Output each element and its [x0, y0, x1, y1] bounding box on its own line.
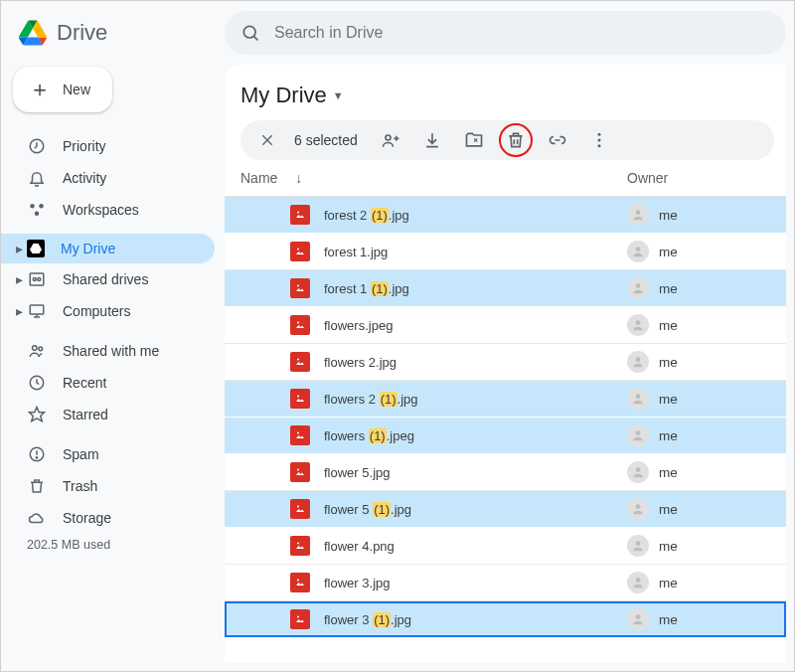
file-row[interactable]: forest 2 (1).jpgme — [225, 197, 786, 234]
svg-point-30 — [636, 283, 641, 288]
owner-cell: me — [627, 314, 786, 336]
svg-point-40 — [636, 467, 641, 472]
my-drive-title[interactable]: My Drive ▼ — [225, 65, 786, 120]
image-file-icon — [290, 536, 310, 556]
file-name: flower 3.jpg — [324, 576, 390, 590]
file-row[interactable]: flower 3 (1).jpgme — [225, 601, 786, 638]
search-input[interactable] — [272, 23, 770, 43]
owner-avatar-icon — [627, 572, 649, 593]
move-button[interactable] — [457, 123, 491, 157]
owner-avatar-icon — [627, 204, 649, 226]
file-row[interactable]: forest 1 (1).jpgme — [225, 270, 786, 307]
delete-button[interactable] — [499, 123, 533, 157]
chevron-down-icon: ▼ — [333, 89, 344, 101]
image-file-icon — [290, 389, 310, 409]
file-row[interactable]: flowers (1).jpegme — [225, 418, 786, 454]
file-name: forest 2 (1).jpg — [324, 208, 409, 223]
owner-cell: me — [627, 461, 786, 483]
download-button[interactable] — [415, 123, 449, 157]
owner-avatar-icon — [627, 498, 649, 520]
clock-icon — [27, 373, 47, 393]
app-name: Drive — [57, 20, 107, 46]
owner-avatar-icon — [627, 424, 649, 446]
svg-point-24 — [597, 144, 600, 147]
svg-point-44 — [636, 541, 641, 546]
search-bar[interactable] — [225, 11, 786, 55]
nav-workspaces[interactable]: Workspaces — [1, 194, 225, 226]
owner-cell: me — [627, 351, 786, 373]
nav-computers[interactable]: ▸ Computers — [1, 295, 225, 327]
owner-avatar-icon — [627, 351, 649, 373]
drive-logo[interactable]: Drive — [1, 13, 225, 61]
svg-point-3 — [35, 212, 40, 217]
svg-point-1 — [30, 204, 35, 209]
file-list: forest 2 (1).jpgmeforest 1.jpgmeforest 1… — [225, 197, 786, 663]
file-row[interactable]: flowers.jpegme — [225, 307, 786, 344]
image-file-icon — [290, 609, 310, 629]
col-owner[interactable]: Owner — [627, 170, 786, 186]
image-file-icon — [290, 462, 310, 482]
sort-arrow-icon[interactable]: ↓ — [295, 170, 302, 186]
selection-action-bar: 6 selected — [240, 120, 774, 160]
nav-activity[interactable]: Activity — [1, 162, 225, 194]
file-name: flower 4.png — [324, 539, 395, 554]
nav-starred[interactable]: Starred — [1, 399, 225, 430]
file-name: forest 1 (1).jpg — [324, 281, 409, 296]
svg-point-9 — [39, 347, 43, 351]
sidebar: Drive ＋ New Priority Activity Workspaces… — [1, 1, 225, 671]
more-button[interactable] — [582, 123, 616, 157]
owner-avatar-icon — [627, 277, 649, 299]
file-row[interactable]: flower 5 (1).jpgme — [225, 491, 786, 528]
svg-point-28 — [636, 247, 641, 252]
file-row[interactable]: flowers 2 (1).jpgme — [225, 381, 786, 418]
file-row[interactable]: flower 4.pngme — [225, 528, 786, 565]
image-file-icon — [290, 205, 310, 225]
file-row[interactable]: forest 1.jpgme — [225, 234, 786, 270]
file-row[interactable]: flower 5.jpgme — [225, 454, 786, 491]
share-button[interactable] — [374, 123, 407, 157]
owner-cell: me — [627, 204, 786, 226]
svg-point-38 — [636, 430, 641, 435]
svg-line-16 — [253, 36, 257, 40]
search-icon — [240, 23, 260, 43]
link-button[interactable] — [541, 123, 574, 157]
owner-avatar-icon — [627, 241, 649, 262]
col-name[interactable]: Name — [240, 170, 277, 186]
nav-spam[interactable]: Spam — [1, 438, 225, 470]
svg-marker-11 — [30, 408, 45, 421]
owner-cell: me — [627, 498, 786, 520]
file-name: flower 5 (1).jpg — [324, 502, 411, 517]
svg-point-41 — [297, 506, 299, 508]
nav-trash[interactable]: Trash — [1, 470, 225, 502]
nav-recent[interactable]: Recent — [1, 367, 225, 399]
svg-point-39 — [297, 469, 299, 471]
table-header: Name ↓ Owner — [225, 170, 786, 197]
owner-cell: me — [627, 241, 786, 262]
svg-point-8 — [33, 346, 38, 351]
file-name: forest 1.jpg — [324, 245, 388, 259]
nav-my-drive[interactable]: ▸ My Drive — [1, 234, 215, 263]
svg-point-45 — [297, 580, 299, 582]
nav-storage[interactable]: Storage — [1, 502, 225, 534]
svg-point-25 — [297, 212, 299, 214]
file-name: flowers 2 (1).jpg — [324, 392, 418, 407]
image-file-icon — [290, 573, 310, 592]
file-row[interactable]: flowers 2.jpgme — [225, 344, 786, 381]
nav-priority[interactable]: Priority — [1, 130, 225, 162]
new-button[interactable]: ＋ New — [13, 67, 112, 112]
cloud-icon — [27, 508, 47, 528]
drive-logo-icon — [19, 19, 47, 47]
clear-selection-button[interactable] — [250, 123, 284, 157]
svg-point-19 — [386, 135, 391, 140]
nav-shared-with-me[interactable]: Shared with me — [1, 335, 225, 367]
nav-shared-drives[interactable]: ▸ Shared drives — [1, 263, 225, 295]
spam-icon — [27, 444, 47, 464]
file-row[interactable]: flower 3.jpgme — [225, 565, 786, 601]
svg-point-27 — [297, 249, 299, 251]
chevron-right-icon: ▸ — [11, 303, 27, 319]
plus-icon: ＋ — [29, 79, 51, 100]
star-icon — [27, 405, 47, 424]
chevron-right-icon: ▸ — [11, 271, 27, 287]
svg-point-42 — [636, 504, 641, 509]
owner-cell: me — [627, 535, 786, 557]
